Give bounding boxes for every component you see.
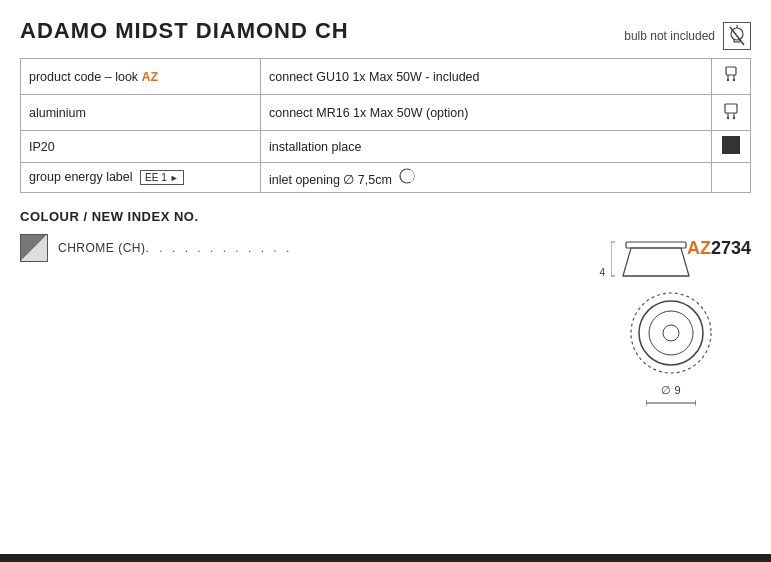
colour-title: COLOUR / NEW INDEX NO. (20, 209, 751, 224)
bulb-not-included-label: bulb not included (624, 29, 715, 43)
svg-marker-20 (623, 248, 689, 276)
table-cell-left: product code – look AZ (21, 59, 261, 95)
gu10-icon (720, 64, 742, 86)
svg-point-28 (663, 325, 679, 341)
table-row: aluminium connect MR16 1x Max 50W (optio… (21, 95, 751, 131)
spec-table: product code – look AZ connect GU10 1x M… (20, 58, 751, 193)
diam-line (646, 399, 696, 407)
mr16-icon-cell (712, 95, 751, 131)
inlet-icon-cell (712, 163, 751, 193)
table-cell-left: aluminium (21, 95, 261, 131)
table-row: group energy label EE 1 ► inlet opening … (21, 163, 751, 193)
side-view: 4 (591, 240, 751, 278)
bulb-icon (723, 22, 751, 50)
install-icon (722, 136, 740, 154)
svg-point-17 (406, 170, 414, 182)
diam-value: ∅ 9 (661, 384, 680, 396)
dim-label-4: 4 (591, 268, 605, 278)
svg-rect-6 (726, 67, 736, 75)
bulb-svg (727, 25, 747, 47)
table-cell-left: IP20 (21, 131, 261, 163)
side-view-svg (611, 240, 701, 278)
gu10-icon-cell (712, 59, 751, 95)
table-row: IP20 installation place (21, 131, 751, 163)
halfmoon-icon (399, 168, 421, 184)
svg-point-15 (733, 117, 735, 119)
table-cell-right: connect GU10 1x Max 50W - included (261, 59, 712, 95)
svg-point-14 (727, 117, 729, 119)
bulb-row: bulb not included (624, 22, 751, 50)
energy-label: EE 1 ► (140, 170, 184, 185)
table-row: product code – look AZ connect GU10 1x M… (21, 59, 751, 95)
table-cell-left: group energy label EE 1 ► (21, 163, 261, 193)
bottom-bar (0, 554, 771, 562)
product-code-az: AZ (142, 70, 159, 84)
svg-point-9 (727, 79, 729, 81)
svg-rect-11 (725, 104, 737, 113)
diam-label: ∅ 9 (591, 384, 751, 409)
product-code-label: product code – look (29, 70, 142, 84)
diagram-area: 4 (591, 240, 751, 409)
table-cell-right: installation place (261, 131, 712, 163)
svg-rect-19 (626, 242, 686, 248)
page: ADAMO MIDST DIAMOND CH bulb not included… (0, 0, 771, 562)
install-icon-cell (712, 131, 751, 163)
table-cell-right: connect MR16 1x Max 50W (option) (261, 95, 712, 131)
colour-swatch-chrome (20, 234, 48, 262)
table-cell-right: inlet opening ∅ 7,5cm (261, 163, 712, 193)
front-view-svg (626, 288, 716, 378)
svg-point-10 (733, 79, 735, 81)
colour-name: CHROME (CH). (58, 241, 149, 255)
mr16-icon (720, 100, 742, 122)
